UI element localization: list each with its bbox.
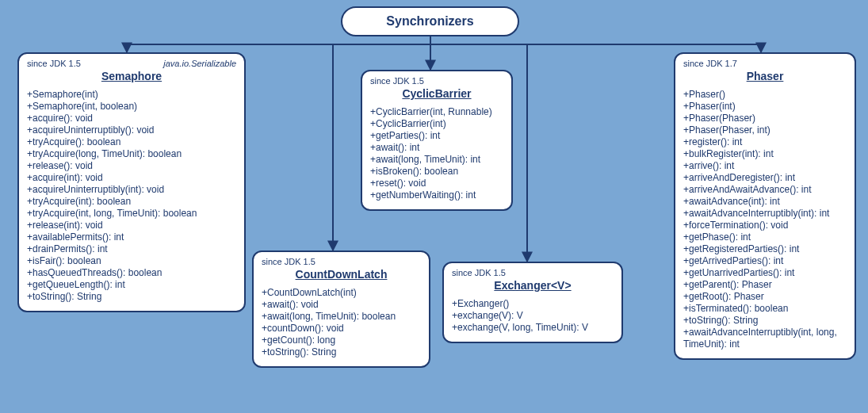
member-line: +isFair(): boolean [27,255,236,267]
member-line: +forceTermination(): void [683,220,847,231]
countdownlatch-title: CountDownLatch [262,268,421,281]
phaser-title: Phaser [683,70,847,82]
member-line: +Phaser(Phaser) [683,113,847,124]
member-line: +release(): void [27,160,236,172]
member-line: +Semaphore(int) [27,89,236,101]
member-line: +Semaphore(int, boolean) [27,101,236,113]
member-line: +isBroken(): boolean [370,166,503,178]
member-line: +CyclicBarrier(int, Runnable) [370,106,503,118]
exchanger-title: Exchanger<V> [452,279,614,292]
member-line: +await(long, TimeUnit): int [370,154,503,166]
member-line: +register(): int [683,136,847,148]
member-line: +acquire(): void [27,113,236,124]
classbox-cyclicbarrier: since JDK 1.5 CyclicBarrier +CyclicBarri… [361,70,513,211]
member-line: +getRegisteredParties(): int [683,243,847,255]
member-line: +acquireUninterruptibly(): void [27,124,236,136]
semaphore-title: Semaphore [27,70,236,82]
member-line: +bulkRegister(int): int [683,148,847,160]
member-line: +drainPermits(): int [27,243,236,255]
member-line: +getPhase(): int [683,231,847,243]
member-line: +tryAcquire(int): boolean [27,196,236,208]
member-line: +getArrivedParties(): int [683,255,847,267]
member-line: +tryAcquire(int, long, TimeUnit): boolea… [27,208,236,220]
cyclicbarrier-members: +CyclicBarrier(int, Runnable)+CyclicBarr… [370,106,503,201]
member-line: +tryAcquire(long, TimeUnit): boolean [27,148,236,160]
countdownlatch-since: since JDK 1.5 [262,257,315,266]
root-title: Synchronizers [386,14,473,29]
member-line: +await(): int [370,142,503,154]
member-line: +Phaser(int) [683,101,847,113]
member-line: +CountDownLatch(int) [262,287,421,299]
member-line: +Phaser(Phaser, int) [683,124,847,136]
classbox-countdownlatch: since JDK 1.5 CountDownLatch +CountDownL… [252,250,430,368]
member-line: +acquireUninterruptibly(int): void [27,184,236,196]
member-line: +awaitAdvance(int): int [683,196,847,208]
root-node-synchronizers: Synchronizers [341,6,519,36]
member-line: +awaitAdvanceInterruptibly(int): int [683,208,847,220]
member-line: +exchange(V, long, TimeUnit): V [452,322,614,334]
cyclicbarrier-since: since JDK 1.5 [370,76,424,86]
member-line: +getNumberWaiting(): int [370,189,503,201]
countdownlatch-members: +CountDownLatch(int)+await(): void+await… [262,287,421,358]
member-line: +getQueueLength(): int [27,279,236,291]
cyclicbarrier-title: CyclicBarrier [370,87,503,100]
classbox-exchanger: since JDK 1.5 Exchanger<V> +Exchanger()+… [442,262,623,343]
member-line: +CyclicBarrier(int) [370,118,503,130]
member-line: +countDown(): void [262,323,421,335]
member-line: +toString(): String [262,346,421,358]
semaphore-since: since JDK 1.5 [27,59,81,68]
member-line: +awaitAdvanceInterruptibly(int, long, Ti… [683,327,847,350]
semaphore-interface: java.io.Serializable [163,59,236,68]
exchanger-members: +Exchanger()+exchange(V): V+exchange(V, … [452,298,614,334]
member-line: +arrive(): int [683,160,847,172]
phaser-since: since JDK 1.7 [683,59,737,68]
phaser-members: +Phaser()+Phaser(int)+Phaser(Phaser)+Pha… [683,89,847,350]
classbox-semaphore: since JDK 1.5 java.io.Serializable Semap… [17,52,246,312]
member-line: +arriveAndAwaitAdvance(): int [683,184,847,196]
member-line: +exchange(V): V [452,310,614,322]
member-line: +await(long, TimeUnit): boolean [262,311,421,323]
exchanger-since: since JDK 1.5 [452,268,506,277]
member-line: +Exchanger() [452,298,614,310]
member-line: +isTerminated(): boolean [683,303,847,315]
classbox-phaser: since JDK 1.7 Phaser +Phaser()+Phaser(in… [674,52,856,360]
member-line: +getRoot(): Phaser [683,291,847,303]
semaphore-members: +Semaphore(int)+Semaphore(int, boolean)+… [27,89,236,303]
member-line: +release(int): void [27,220,236,231]
member-line: +toString(): String [683,315,847,327]
member-line: +acquire(int): void [27,172,236,184]
member-line: +await(): void [262,299,421,311]
member-line: +arriveAndDeregister(): int [683,172,847,184]
member-line: +hasQueuedThreads(): boolean [27,267,236,279]
member-line: +getCount(): long [262,335,421,346]
member-line: +getParties(): int [370,130,503,142]
member-line: +Phaser() [683,89,847,101]
member-line: +tryAcquire(): boolean [27,136,236,148]
member-line: +toString(): String [27,291,236,303]
member-line: +availablePermits(): int [27,231,236,243]
member-line: +reset(): void [370,178,503,189]
member-line: +getUnarrivedParties(): int [683,267,847,279]
member-line: +getParent(): Phaser [683,279,847,291]
